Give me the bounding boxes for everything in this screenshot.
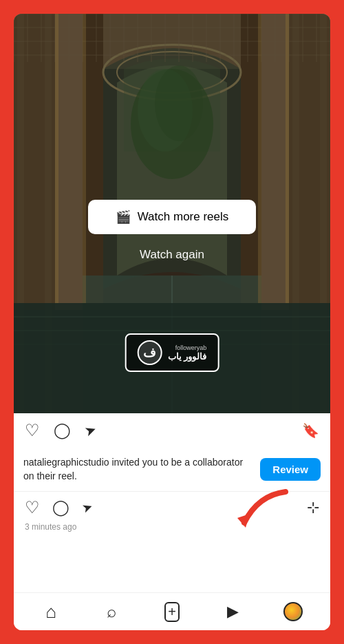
watermark-icon: ف bbox=[138, 340, 162, 365]
bookmark-icon-post[interactable]: ⊹ bbox=[307, 499, 319, 517]
bottom-nav: ⌂ ⌕ + ▶ bbox=[14, 592, 330, 630]
nav-create[interactable]: + bbox=[157, 596, 187, 627]
review-button[interactable]: Review bbox=[260, 458, 321, 481]
notification-text: nataliegraphicstudio invited you to be a… bbox=[23, 456, 252, 483]
profile-avatar bbox=[283, 602, 303, 621]
reel-film-icon: 🎬 bbox=[116, 209, 131, 225]
comment-icon-post[interactable]: ◯ bbox=[52, 500, 69, 515]
watermark-subtext: followeryab bbox=[175, 344, 207, 351]
reel-area: 🎬 Watch more reels Watch again ف followe… bbox=[14, 14, 330, 448]
like-icon-reel[interactable]: ♡ bbox=[25, 421, 40, 440]
watch-more-button[interactable]: 🎬 Watch more reels bbox=[88, 200, 257, 234]
reel-bottom-actions: ♡ ◯ ➤ 🔖 bbox=[14, 413, 330, 448]
watermark-brand: فالوور یاب bbox=[168, 351, 207, 362]
watermark: ف followeryab فالوور یاب bbox=[125, 333, 219, 372]
nav-reels[interactable]: ▶ bbox=[217, 596, 248, 627]
post-actions-left: ♡ ◯ ➤ bbox=[25, 499, 92, 516]
reels-icon: ▶ bbox=[227, 603, 239, 621]
post-actions-container: ♡ ◯ ➤ ⊹ 3 minutes ago bbox=[14, 492, 330, 539]
reel-end-overlay: 🎬 Watch more reels Watch again bbox=[14, 14, 330, 448]
nav-home[interactable]: ⌂ bbox=[36, 596, 66, 627]
watch-again-button[interactable]: Watch again bbox=[140, 248, 204, 262]
send-icon-post[interactable]: ➤ bbox=[80, 500, 94, 515]
like-icon-post[interactable]: ♡ bbox=[25, 499, 40, 516]
send-icon-reel[interactable]: ➤ bbox=[82, 421, 98, 440]
comment-icon-reel[interactable]: ◯ bbox=[54, 422, 71, 439]
bookmark-icon-reel[interactable]: 🔖 bbox=[302, 422, 319, 439]
phone-container: 🎬 Watch more reels Watch again ف followe… bbox=[14, 14, 330, 630]
arrow-indicator bbox=[230, 485, 292, 536]
nav-profile[interactable] bbox=[278, 596, 308, 627]
nav-search[interactable]: ⌕ bbox=[96, 596, 127, 627]
search-icon: ⌕ bbox=[107, 602, 116, 621]
create-icon: + bbox=[164, 602, 180, 622]
home-icon: ⌂ bbox=[45, 601, 56, 623]
watch-more-label: Watch more reels bbox=[138, 210, 229, 224]
